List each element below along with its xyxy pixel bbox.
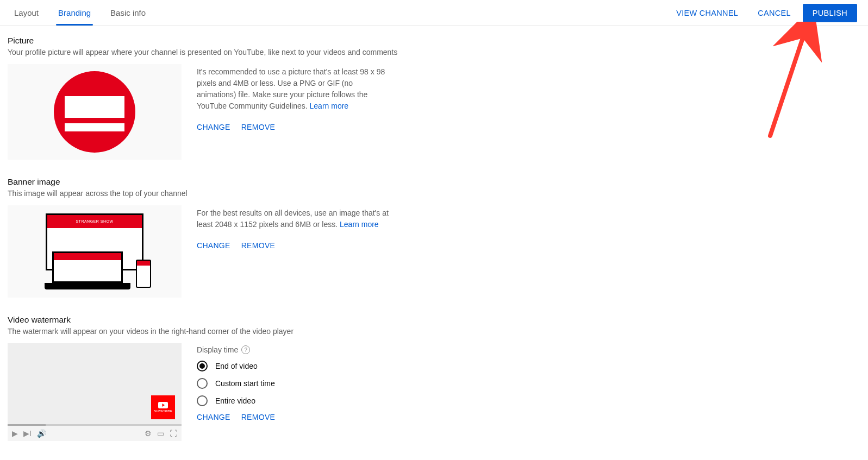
picture-desc: Your profile picture will appear where y… bbox=[8, 48, 482, 56]
cancel-button[interactable]: CANCEL bbox=[750, 4, 798, 22]
progress-bar[interactable] bbox=[8, 424, 182, 426]
header-actions: VIEW CHANNEL CANCEL PUBLISH bbox=[669, 4, 868, 22]
banner-desc: This image will appear across the top of… bbox=[8, 189, 482, 198]
svg-line-1 bbox=[770, 30, 805, 136]
watermark-remove-button[interactable]: REMOVE bbox=[241, 413, 275, 421]
top-bar: Layout Branding Basic info VIEW CHANNEL … bbox=[0, 0, 868, 26]
help-icon[interactable]: ? bbox=[241, 345, 250, 354]
watermark-change-button[interactable]: CHANGE bbox=[197, 413, 230, 421]
tab-layout[interactable]: Layout bbox=[13, 1, 40, 25]
radio-icon bbox=[197, 378, 208, 389]
banner-learn-more-link[interactable]: Learn more bbox=[340, 220, 379, 229]
volume-icon[interactable]: 🔊 bbox=[37, 429, 46, 438]
display-time-label: Display time ? bbox=[197, 345, 482, 354]
tab-basic-info[interactable]: Basic info bbox=[109, 1, 147, 25]
picture-learn-more-link[interactable]: Learn more bbox=[310, 102, 349, 110]
watermark-title: Video watermark bbox=[8, 315, 482, 325]
banner-section: Banner image This image will appear acro… bbox=[8, 177, 482, 298]
subscribe-badge-icon: SUBSCRIBE bbox=[151, 395, 175, 419]
tab-branding[interactable]: Branding bbox=[57, 1, 92, 25]
picture-change-button[interactable]: CHANGE bbox=[197, 123, 230, 131]
radio-entire-video[interactable]: Entire video bbox=[197, 395, 482, 406]
tabs: Layout Branding Basic info bbox=[13, 1, 147, 25]
content: Picture Your profile picture will appear… bbox=[0, 26, 489, 460]
watermark-desc: The watermark will appear on your videos… bbox=[8, 327, 482, 336]
profile-picture-icon bbox=[54, 71, 135, 153]
miniplayer-icon[interactable]: ▭ bbox=[157, 429, 164, 438]
settings-icon[interactable]: ⚙ bbox=[145, 429, 152, 438]
view-channel-button[interactable]: VIEW CHANNEL bbox=[669, 4, 746, 22]
watermark-section: Video watermark The watermark will appea… bbox=[8, 315, 482, 441]
publish-button[interactable]: PUBLISH bbox=[803, 4, 857, 22]
watermark-preview: SUBSCRIBE ▶ ▶I 🔊 ⚙ ▭ ⛶ bbox=[8, 343, 182, 441]
banner-guideline: For the best results on all devices, use… bbox=[197, 207, 392, 230]
radio-icon bbox=[197, 361, 208, 371]
radio-icon bbox=[197, 395, 208, 406]
banner-change-button[interactable]: CHANGE bbox=[197, 241, 230, 250]
banner-remove-button[interactable]: REMOVE bbox=[241, 241, 275, 250]
radio-custom-start[interactable]: Custom start time bbox=[197, 378, 482, 389]
annotation-arrow-icon bbox=[759, 22, 825, 147]
banner-title: Banner image bbox=[8, 177, 482, 187]
fullscreen-icon[interactable]: ⛶ bbox=[170, 429, 177, 438]
devices-illustration-icon: STRANGER SHOW bbox=[40, 213, 149, 289]
next-icon[interactable]: ▶I bbox=[23, 429, 32, 438]
video-controls: ▶ ▶I 🔊 ⚙ ▭ ⛶ bbox=[8, 426, 182, 441]
play-icon[interactable]: ▶ bbox=[12, 429, 18, 438]
picture-guideline: It's recommended to use a picture that's… bbox=[197, 66, 392, 112]
radio-end-of-video[interactable]: End of video bbox=[197, 361, 482, 371]
picture-remove-button[interactable]: REMOVE bbox=[241, 123, 275, 131]
picture-title: Picture bbox=[8, 36, 482, 46]
banner-preview: STRANGER SHOW bbox=[8, 205, 182, 298]
picture-section: Picture Your profile picture will appear… bbox=[8, 36, 482, 160]
picture-preview bbox=[8, 64, 182, 160]
